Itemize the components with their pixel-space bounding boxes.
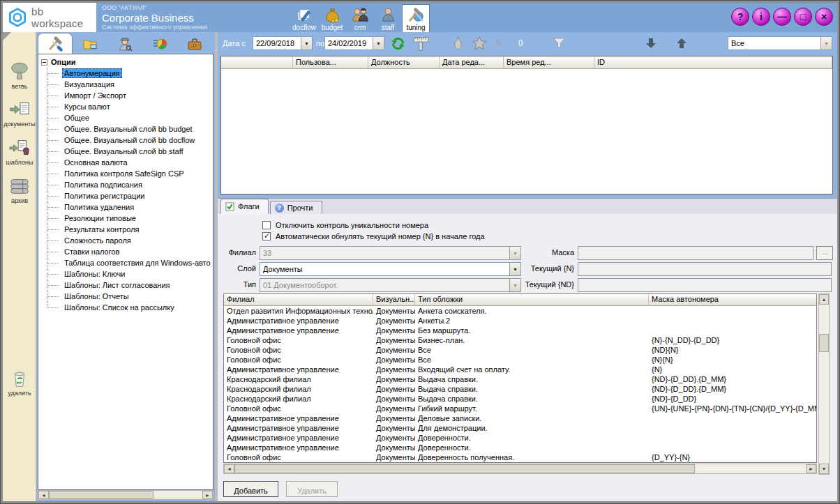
column-header[interactable]: Дата реда... [440,56,504,69]
tree-item[interactable]: Курсы валют [41,101,213,112]
checkbox-icon[interactable] [262,221,271,229]
help-button[interactable]: ? [731,8,749,26]
tree-item[interactable]: Импорт / Экспорт [41,90,213,101]
tree-root[interactable]: Опции [41,56,213,68]
table-row[interactable]: Административное управление Документы Ан… [224,316,816,326]
table-row[interactable]: Административное управление Документы До… [224,433,816,443]
tab-read[interactable]: ? Прочти [270,201,322,214]
module-crm[interactable]: crm [346,4,374,32]
filter-input[interactable] [728,37,820,49]
ruler-icon[interactable] [412,35,430,52]
column-header[interactable]: Время ред... [504,56,594,69]
table-row[interactable]: Административное управление Документы До… [224,443,816,452]
column-header[interactable]: Пользова... [293,56,368,69]
module-tuning[interactable]: tuning [402,4,430,32]
tree-item[interactable]: Резолюции типовые [41,213,213,224]
table-horizontal-scrollbar[interactable]: ◄ ► [223,464,817,474]
collapse-icon[interactable] [41,59,47,66]
column-header[interactable]: Визуальн... [373,294,415,306]
tree-item[interactable]: Результаты контроля [41,224,213,235]
tree-item[interactable]: Политика регистрации [41,190,213,201]
tree-item[interactable]: Общее [41,112,213,123]
date-from-picker[interactable]: ▼ [253,36,313,50]
date-to-input[interactable] [325,37,373,49]
column-header[interactable]: ID [594,56,826,69]
column-header[interactable]: Филиал [224,294,373,306]
scroll-left-icon[interactable]: ◄ [224,464,234,473]
tree-item[interactable]: Общее. Визуальный слой bb staff [41,146,213,157]
tab-case[interactable] [177,34,212,54]
scroll-right-icon[interactable]: ► [806,464,816,473]
tree-horizontal-scrollbar[interactable]: ◄ ► [38,490,213,500]
tree-item[interactable]: Общее. Визуальный слой bb docflow [41,135,213,146]
chevron-down-icon[interactable]: ▼ [820,37,832,49]
chevron-down-icon[interactable]: ▼ [301,37,312,49]
table-row[interactable]: Головной офис Документы Все {ND}{N} [224,345,816,355]
browse-button[interactable]: ... [816,246,833,260]
scrollbar-thumb[interactable] [234,464,695,473]
module-staff[interactable]: staff [374,4,402,32]
table-row[interactable]: Административное управление Документы Бе… [224,326,816,335]
table-vertical-scrollbar[interactable]: ▲ ▼ [818,293,830,475]
column-header[interactable]: Тип обложки [415,294,649,306]
checkbox-reset-number[interactable]: Автоматически обнулять текущий номер {N}… [262,231,485,241]
table-row[interactable]: Головной офис Документы Доверенность пол… [224,452,816,462]
table-row[interactable]: Краснодарский филиал Документы Выдача сп… [224,374,816,384]
maximize-button[interactable]: □ [794,8,812,26]
arrow-up-icon[interactable] [673,35,691,52]
tree-item[interactable]: Политика контроля SafeSign CSP [41,168,213,179]
tree-item[interactable]: Основная валюта [41,157,213,168]
chevron-down-icon[interactable]: ▼ [373,37,384,49]
tab-options[interactable] [38,33,73,54]
sidebar-item-documents[interactable]: документы [3,99,36,128]
table-row[interactable]: Головной офис Документы Все {N}{N} [224,355,816,365]
date-to-picker[interactable]: ▼ [324,36,384,50]
column-header[interactable] [221,56,293,69]
date-from-input[interactable] [253,37,301,49]
tree-item[interactable]: Политика удаления [41,201,213,213]
scroll-right-icon[interactable]: ► [202,491,213,499]
table-row[interactable]: Головной офис Документы Гибкий маршрут. … [224,404,816,413]
scroll-up-icon[interactable]: ▲ [819,294,829,305]
sidebar-item-templates[interactable]: шаблоны [3,137,36,166]
sidebar-item-archive[interactable]: архив [3,176,36,204]
scroll-down-icon[interactable]: ▼ [819,464,829,474]
column-header[interactable]: Маска автономера [649,294,816,306]
table-row[interactable]: Краснодарский филиал Документы Выдача сп… [224,394,816,404]
refresh-icon[interactable] [389,35,407,52]
sidebar-item-branch[interactable]: ветвь [3,61,36,90]
module-budget[interactable]: budget [318,4,346,32]
minimize-button[interactable]: — [773,8,791,26]
tree-item[interactable]: Общее. Визуальный слой bb budget [41,123,213,135]
close-button[interactable]: × [815,8,833,26]
tree-item[interactable]: Шаблоны: Отчеты [41,291,213,302]
tree-item[interactable]: Автонумерация [41,68,213,79]
tree-item[interactable]: Шаблоны: Список на рассылку [41,302,213,313]
tree-item[interactable]: Политика подписания [41,179,213,190]
tab-flags[interactable]: Флаги [220,199,269,214]
column-header[interactable]: Должность [368,56,440,69]
checkbox-icon[interactable] [262,232,271,240]
module-docflow[interactable]: docflow [290,4,318,32]
tab-audit[interactable] [107,34,142,54]
checkbox-unique-control[interactable]: Отключить контроль уникальности номера [262,220,428,230]
table-row[interactable]: Административное управление Документы Дл… [224,423,816,433]
sidebar-item-delete[interactable]: удалить [3,368,36,397]
table-row[interactable]: Краснодарский филиал Документы Выдача сп… [224,384,816,394]
star-icon[interactable] [470,35,488,52]
scrollbar-thumb[interactable] [49,491,153,499]
tree-item[interactable]: Визуализация [41,79,213,90]
tab-reports[interactable] [142,34,177,54]
layer-combobox[interactable]: Документы ▼ [260,262,521,276]
scroll-left-icon[interactable]: ◄ [38,491,49,499]
table-row[interactable]: Административное управление Документы Де… [224,413,816,423]
arrow-down-icon[interactable] [642,35,660,52]
table-row[interactable]: Головной офис Документы Бизнес-план. {N}… [224,335,816,345]
column-header[interactable] [826,56,832,69]
table-row[interactable]: Административное управление Документы Вх… [224,365,816,374]
filter-combobox[interactable]: ▼ [728,36,832,50]
scrollbar-thumb[interactable] [819,334,829,352]
tree-item[interactable]: Сложность пароля [41,235,213,246]
table-row[interactable]: Отдел развития Информационных технологий… [224,306,816,316]
info-button[interactable]: i [752,8,770,26]
